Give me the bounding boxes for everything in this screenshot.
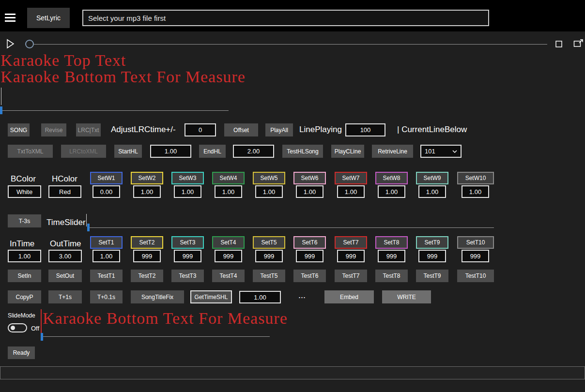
sett9-value-input[interactable] bbox=[418, 250, 446, 262]
text-cursor bbox=[1, 88, 1, 105]
setw4-button[interactable]: SetW4 bbox=[212, 172, 245, 184]
start-hl-input[interactable] bbox=[150, 145, 191, 158]
sett7-button[interactable]: SetT7 bbox=[335, 236, 367, 249]
testt6-button[interactable]: TestT6 bbox=[293, 270, 326, 282]
get-time-input[interactable] bbox=[239, 291, 281, 303]
lrc-txt-button[interactable]: LRC|Txt bbox=[76, 123, 101, 136]
hamburger-menu-icon[interactable] bbox=[5, 14, 15, 22]
bcolor-label: BColor bbox=[11, 174, 36, 184]
bottom-slider-track[interactable] bbox=[43, 336, 270, 337]
embed-button[interactable]: Embed bbox=[324, 290, 374, 303]
end-hl-button[interactable]: EndHL bbox=[199, 145, 226, 158]
sett9-button[interactable]: SetT9 bbox=[416, 236, 448, 249]
setw10-button[interactable]: SetW10 bbox=[457, 172, 494, 184]
testt5-button[interactable]: TestT5 bbox=[253, 270, 285, 282]
t-plus-01s-button[interactable]: T+0.1s bbox=[90, 290, 123, 303]
sett2-button[interactable]: SetT2 bbox=[131, 236, 163, 249]
testt2-button[interactable]: TestT2 bbox=[131, 270, 163, 282]
t-minus-3s-button[interactable]: T-3s bbox=[8, 214, 41, 227]
start-hl-button[interactable]: StartHL bbox=[114, 145, 142, 158]
setw5-value-input[interactable] bbox=[255, 185, 283, 198]
testt8-button[interactable]: TestT8 bbox=[375, 270, 408, 282]
setw3-value-input[interactable] bbox=[174, 185, 201, 198]
sett4-button[interactable]: SetT4 bbox=[212, 236, 245, 249]
offset-button[interactable]: Offset bbox=[224, 123, 258, 136]
setw3-button[interactable]: SetW3 bbox=[171, 172, 204, 184]
out-time-input[interactable] bbox=[48, 250, 82, 262]
time-slider-thumb[interactable] bbox=[87, 224, 90, 231]
testt9-button[interactable]: TestT9 bbox=[416, 270, 448, 282]
line-select-dropdown[interactable]: 101 bbox=[420, 145, 462, 158]
sett8-button[interactable]: SetT8 bbox=[375, 236, 408, 249]
sett5-value-input[interactable] bbox=[255, 250, 283, 262]
sett8-value-input[interactable] bbox=[378, 250, 405, 262]
hcolor-input[interactable] bbox=[48, 185, 81, 198]
setw2-value-input[interactable] bbox=[133, 185, 161, 198]
popout-icon[interactable] bbox=[573, 39, 584, 49]
sett1-button[interactable]: SetT1 bbox=[90, 236, 123, 249]
setw2-button[interactable]: SetW2 bbox=[131, 172, 163, 184]
end-hl-input[interactable] bbox=[233, 145, 274, 158]
sett6-button[interactable]: SetT6 bbox=[293, 236, 326, 249]
in-time-input[interactable] bbox=[8, 250, 41, 262]
testt7-button[interactable]: TestT7 bbox=[335, 270, 367, 282]
play-c-line-button[interactable]: PlayCLine bbox=[331, 145, 364, 158]
test-hl-song-button[interactable]: TestHLSong bbox=[282, 145, 323, 158]
ready-button[interactable]: Ready bbox=[8, 347, 35, 359]
get-time-shl-button[interactable]: GetTimeSHL bbox=[190, 290, 232, 303]
setw4-value-input[interactable] bbox=[215, 185, 242, 198]
setw5-button[interactable]: SetW5 bbox=[253, 172, 285, 184]
testt10-button[interactable]: TestT10 bbox=[457, 270, 494, 282]
set-in-button[interactable]: SetIn bbox=[8, 270, 41, 282]
lrc-to-xml-button[interactable]: LRCtoXML bbox=[61, 145, 106, 158]
testt4-button[interactable]: TestT4 bbox=[212, 270, 245, 282]
setw8-button[interactable]: SetW8 bbox=[375, 172, 408, 184]
write-button[interactable]: WRITE bbox=[382, 290, 431, 303]
mp3-file-input[interactable] bbox=[82, 10, 489, 26]
sett10-value-input[interactable] bbox=[462, 250, 489, 262]
play-all-button[interactable]: PlayAll bbox=[265, 123, 293, 136]
time-slider-track[interactable] bbox=[87, 227, 494, 228]
setw1-button[interactable]: SetW1 bbox=[90, 172, 123, 184]
sett3-button[interactable]: SetT3 bbox=[171, 236, 204, 249]
play-icon[interactable] bbox=[6, 39, 15, 50]
slide-mode-toggle[interactable] bbox=[8, 323, 27, 332]
txt-to-xml-button[interactable]: TxtToXML bbox=[8, 145, 53, 158]
sett3-value-input[interactable] bbox=[174, 250, 201, 262]
set-out-button[interactable]: SetOut bbox=[48, 270, 82, 282]
song-button[interactable]: SONG bbox=[8, 123, 30, 136]
setw9-button[interactable]: SetW9 bbox=[416, 172, 448, 184]
setlyric-button[interactable]: SetLyric bbox=[27, 8, 70, 28]
song-title-fix-button[interactable]: SongTitleFix bbox=[131, 290, 184, 303]
setw8-value-input[interactable] bbox=[378, 185, 405, 198]
retrive-line-button[interactable]: RetriveLine bbox=[372, 145, 413, 158]
sett7-value-input[interactable] bbox=[337, 250, 365, 262]
t-plus-1s-button[interactable]: T+1s bbox=[48, 290, 82, 303]
lyric-slider-track[interactable] bbox=[0, 110, 229, 111]
setw9-value-input[interactable] bbox=[418, 185, 446, 198]
sett2-value-input[interactable] bbox=[133, 250, 161, 262]
setw6-button[interactable]: SetW6 bbox=[293, 172, 326, 184]
testt3-button[interactable]: TestT3 bbox=[171, 270, 204, 282]
setw7-button[interactable]: SetW7 bbox=[335, 172, 367, 184]
stop-icon[interactable] bbox=[555, 41, 562, 49]
sett1-value-input[interactable] bbox=[92, 250, 120, 262]
seek-slider-thumb[interactable] bbox=[25, 40, 34, 48]
sett4-value-input[interactable] bbox=[215, 250, 242, 262]
setw7-value-input[interactable] bbox=[337, 185, 365, 198]
sett10-button[interactable]: SetT10 bbox=[457, 236, 494, 249]
adjust-lrc-time-input[interactable] bbox=[185, 123, 216, 136]
copy-p-button[interactable]: CopyP bbox=[8, 290, 41, 303]
seek-slider-track[interactable] bbox=[25, 44, 547, 45]
bcolor-input[interactable] bbox=[8, 185, 41, 198]
line-playing-input[interactable] bbox=[345, 123, 385, 136]
sett6-value-input[interactable] bbox=[296, 250, 323, 262]
lyric-slider-thumb[interactable] bbox=[0, 106, 2, 114]
setw6-value-input[interactable] bbox=[296, 185, 323, 198]
revise-button[interactable]: Revise bbox=[41, 123, 66, 136]
setw10-value-input[interactable] bbox=[462, 185, 489, 198]
sett5-button[interactable]: SetT5 bbox=[253, 236, 285, 249]
setw1-value-input[interactable] bbox=[92, 185, 120, 198]
testt1-button[interactable]: TestT1 bbox=[90, 270, 123, 282]
bottom-slider-thumb[interactable] bbox=[41, 333, 43, 341]
